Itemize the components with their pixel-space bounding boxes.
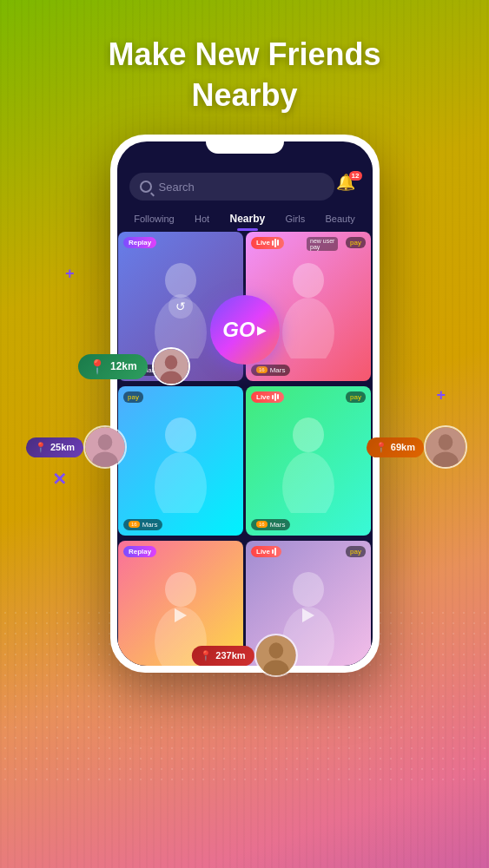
notification-badge: 12 bbox=[349, 171, 362, 181]
user-tag-4: 16 Mars bbox=[251, 519, 290, 530]
tab-following[interactable]: Following bbox=[132, 210, 175, 227]
svg-point-13 bbox=[164, 355, 177, 369]
avatar-237km bbox=[254, 634, 298, 677]
live-waves-2 bbox=[272, 393, 279, 401]
live-badge-3: Live bbox=[251, 546, 281, 557]
avatar-25km bbox=[83, 425, 127, 469]
svg-point-3 bbox=[282, 298, 334, 358]
notification-bell[interactable]: 🔔 12 bbox=[336, 173, 360, 197]
grid-cell-2-1[interactable]: pay 16 Mars bbox=[118, 386, 243, 536]
user-tag-2: 16 Mars bbox=[251, 365, 290, 376]
person-svg-3 bbox=[146, 409, 215, 513]
avatar-12km bbox=[152, 347, 190, 385]
avatar-svg-69 bbox=[426, 427, 466, 467]
grid-cell-2-2[interactable]: Live pay 16 Mars bbox=[246, 386, 371, 536]
user-tag-3: 16 Mars bbox=[123, 519, 162, 530]
pay-badge-3: pay bbox=[346, 391, 366, 403]
phone-screen: Search 🔔 12 Following Hot Nearby Girls B… bbox=[117, 141, 373, 666]
distance-25km-container: 📍 25km bbox=[26, 425, 127, 469]
svg-point-6 bbox=[293, 418, 324, 452]
user-level-4: 16 bbox=[256, 521, 268, 528]
avatar-svg-25 bbox=[85, 427, 125, 467]
pin-icon-237: 📍 bbox=[200, 650, 212, 661]
search-placeholder: Search bbox=[159, 181, 195, 194]
svg-point-4 bbox=[165, 418, 196, 452]
nav-tabs: Following Hot Nearby Girls Beauty bbox=[117, 209, 373, 228]
svg-point-8 bbox=[165, 572, 196, 607]
user-name-4: Mars bbox=[270, 521, 286, 529]
user-name-2: Mars bbox=[270, 366, 286, 374]
phone-notch bbox=[206, 135, 284, 154]
distance-25km-text: 25km bbox=[50, 442, 75, 452]
pin-icon-69: 📍 bbox=[375, 442, 387, 453]
distance-69km-container: 📍 69km bbox=[367, 425, 467, 469]
user-level-2: 16 bbox=[256, 366, 268, 373]
svg-point-0 bbox=[165, 263, 196, 298]
tab-nearby[interactable]: Nearby bbox=[228, 209, 267, 228]
close-icon-2[interactable]: ✕ bbox=[52, 469, 67, 490]
distance-237km-badge: 📍 237km bbox=[191, 646, 254, 666]
svg-point-5 bbox=[155, 452, 207, 513]
pay-badge-1: pay bbox=[346, 237, 366, 248]
live-badge-2: Live bbox=[251, 391, 284, 403]
go-play-icon: ▶ bbox=[257, 323, 267, 337]
person-svg-4 bbox=[274, 409, 343, 513]
new-user-text: new userpay bbox=[307, 237, 338, 251]
svg-point-16 bbox=[98, 434, 113, 450]
tab-beauty[interactable]: Beauty bbox=[324, 210, 357, 227]
search-bar[interactable]: Search bbox=[129, 173, 334, 201]
svg-point-22 bbox=[268, 642, 283, 658]
person-svg-2 bbox=[274, 254, 343, 358]
distance-69km-badge: 📍 69km bbox=[367, 437, 424, 457]
svg-point-7 bbox=[282, 452, 334, 513]
phone-frame: Search 🔔 12 Following Hot Nearby Girls B… bbox=[110, 135, 380, 673]
avatar-svg-12 bbox=[154, 349, 188, 384]
play-icon-2 bbox=[302, 608, 314, 622]
pay-badge-2: pay bbox=[123, 391, 143, 403]
live-badge-1: Live bbox=[251, 237, 284, 249]
user-name-3: Mars bbox=[142, 521, 158, 529]
replay-icon-1: ↺ bbox=[169, 294, 193, 319]
plus-icon-2[interactable]: + bbox=[436, 386, 446, 404]
pin-icon-25: 📍 bbox=[35, 442, 47, 453]
distance-69km-text: 69km bbox=[391, 442, 415, 452]
svg-point-10 bbox=[293, 572, 324, 607]
live-waves bbox=[272, 239, 279, 247]
distance-12km-text: 12km bbox=[110, 360, 137, 372]
search-icon bbox=[140, 181, 152, 193]
pin-icon-12: 📍 bbox=[89, 358, 106, 375]
svg-point-19 bbox=[439, 434, 453, 450]
pay-badge-4: pay bbox=[346, 546, 366, 557]
plus-icon-1[interactable]: + bbox=[65, 265, 75, 283]
user-level-3: 16 bbox=[129, 521, 140, 528]
live-waves-3 bbox=[272, 548, 276, 556]
distance-237km-container: 📍 237km bbox=[191, 634, 297, 677]
go-button[interactable]: GO ▶ bbox=[210, 295, 280, 365]
replay-badge-1: Replay bbox=[123, 237, 156, 248]
tab-hot[interactable]: Hot bbox=[193, 210, 211, 227]
replay-badge-2: Replay bbox=[123, 546, 156, 557]
hero-title: Make New Friends Nearby bbox=[0, 35, 489, 116]
go-label: GO bbox=[222, 318, 254, 342]
avatar-69km bbox=[424, 425, 467, 469]
avatar-svg-237 bbox=[256, 635, 296, 675]
distance-12km-container: 📍 12km bbox=[78, 347, 190, 385]
distance-25km-badge: 📍 25km bbox=[26, 437, 83, 457]
screen-content: Search 🔔 12 Following Hot Nearby Girls B… bbox=[117, 161, 373, 666]
distance-12km-badge: 📍 12km bbox=[78, 354, 148, 379]
tab-girls[interactable]: Girls bbox=[284, 210, 307, 227]
svg-point-2 bbox=[293, 263, 324, 298]
distance-237km-text: 237km bbox=[215, 650, 245, 661]
play-icon-1 bbox=[175, 608, 187, 622]
grid-row-2: pay 16 Mars bbox=[117, 385, 373, 536]
